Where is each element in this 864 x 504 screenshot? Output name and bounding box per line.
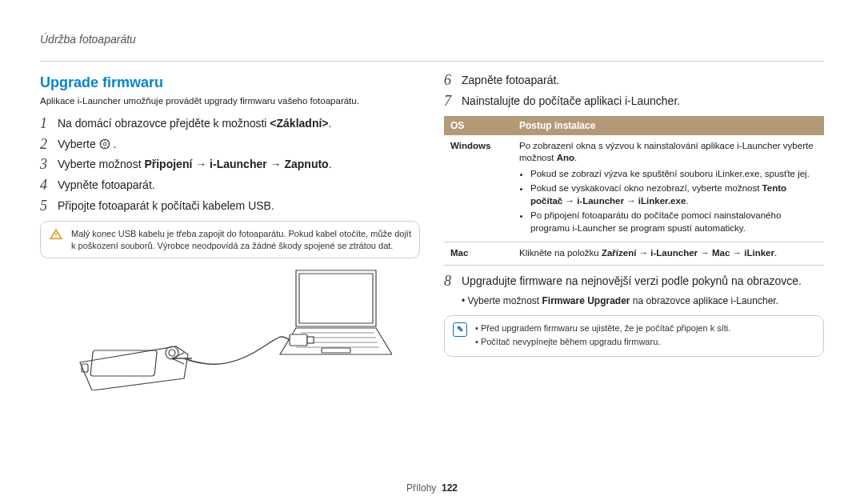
svg-rect-20 xyxy=(322,348,350,353)
step-item: 6Zapněte fotoaparát. xyxy=(444,73,824,89)
step-number: 8 xyxy=(444,274,462,290)
step-text: Vypněte fotoaparát. xyxy=(58,178,420,193)
intro-text: Aplikace i-Launcher umožňuje provádět up… xyxy=(40,95,420,108)
svg-line-8 xyxy=(106,141,108,142)
table-bullet: Pokud se vyskakovací okno nezobrazí, vyb… xyxy=(530,182,818,207)
step-text: Připojte fotoaparát k počítači kabelem U… xyxy=(58,198,420,214)
steps-list-right-top: 6Zapněte fotoaparát.7Nainstalujte do poč… xyxy=(444,73,824,110)
usb-connection-illustration xyxy=(56,266,392,390)
left-column: Upgrade firmwaru Aplikace i-Launcher umo… xyxy=(40,73,420,390)
step-item: 7Nainstalujte do počítače aplikaci i-Lau… xyxy=(444,94,824,110)
warning-icon xyxy=(49,228,63,252)
step-item: 4Vypněte fotoaparát. xyxy=(40,178,420,194)
step8-sub-bullet: Vyberte možnost Firmware Upgrader na obr… xyxy=(462,294,824,307)
step-number: 6 xyxy=(444,73,462,89)
table-bullet: Pokud se zobrazí výzva ke spuštění soubo… xyxy=(530,168,818,181)
settings-gear-icon xyxy=(99,138,110,150)
step-text: Vyberte . xyxy=(58,137,420,152)
svg-point-14 xyxy=(169,350,175,356)
step-text: Na domácí obrazovce přejděte k možnosti … xyxy=(58,116,420,131)
info-icon: ✎ xyxy=(453,322,467,337)
table-row: MacKlikněte na položku Zařízení → i-Laun… xyxy=(444,242,824,266)
table-header-procedure: Postup instalace xyxy=(513,116,824,135)
step-item: 1Na domácí obrazovce přejděte k možnosti… xyxy=(40,116,420,132)
svg-point-11 xyxy=(55,236,57,238)
table-row: WindowsPo zobrazení okna s výzvou k nain… xyxy=(444,135,824,242)
step-number: 4 xyxy=(40,178,58,194)
step-item: 2Vyberte . xyxy=(40,137,420,153)
table-bullet: Po připojení fotoaparátu do počítače pom… xyxy=(530,210,818,234)
svg-rect-22 xyxy=(307,337,314,343)
install-table: OS Postup instalace WindowsPo zobrazení … xyxy=(444,116,824,266)
info-text: • Před upgradem firmwaru se ujistěte, že… xyxy=(475,322,730,350)
steps-list-right-bottom: 8Upgradujte firmware na nejnovější verzi… xyxy=(444,274,824,290)
svg-rect-21 xyxy=(290,334,307,346)
svg-line-7 xyxy=(106,146,108,147)
step-number: 3 xyxy=(40,157,58,173)
table-cell-procedure: Klikněte na položku Zařízení → i-Launche… xyxy=(513,242,824,266)
running-header: Údržba fotoaparátu xyxy=(40,32,824,62)
table-cell-procedure: Po zobrazení okna s výzvou k nainstalová… xyxy=(513,135,824,242)
table-cell-os: Mac xyxy=(444,242,513,266)
step-text: Zapněte fotoaparát. xyxy=(462,73,824,88)
right-column: 6Zapněte fotoaparát.7Nainstalujte do poč… xyxy=(444,73,824,390)
info-bullet: • Počítač nevypínejte během upgradu firm… xyxy=(475,336,730,348)
warning-text: Malý konec USB kabelu je třeba zapojit d… xyxy=(71,228,411,252)
section-title: Upgrade firmwaru xyxy=(40,73,420,92)
step-number: 7 xyxy=(444,94,462,110)
svg-point-13 xyxy=(166,346,178,359)
step-item: 5Připojte fotoaparát k počítači kabelem … xyxy=(40,198,420,214)
svg-line-9 xyxy=(102,146,103,147)
step-number: 5 xyxy=(40,198,58,214)
footer-label: Přílohy xyxy=(406,482,436,494)
svg-point-1 xyxy=(103,142,106,146)
step-text: Nainstalujte do počítače aplikaci i-Laun… xyxy=(462,94,824,109)
table-header-os: OS xyxy=(444,116,513,135)
step-item: 3Vyberte možnost Připojení → i-Launcher … xyxy=(40,157,420,173)
table-cell-os: Windows xyxy=(444,135,513,242)
step-number: 2 xyxy=(40,137,58,153)
svg-line-6 xyxy=(102,141,103,142)
step-text: Vyberte možnost Připojení → i-Launcher →… xyxy=(58,157,420,172)
steps-list-left: 1Na domácí obrazovce přejděte k možnosti… xyxy=(40,116,420,214)
svg-rect-12 xyxy=(90,350,157,376)
step-text: Upgradujte firmware na nejnovější verzi … xyxy=(462,274,824,289)
step-item: 8Upgradujte firmware na nejnovější verzi… xyxy=(444,274,824,290)
footer-page-number: 122 xyxy=(442,482,458,494)
info-bullet: • Před upgradem firmwaru se ujistěte, že… xyxy=(475,322,730,334)
step-number: 1 xyxy=(40,116,58,132)
warning-note: Malý konec USB kabelu je třeba zapojit d… xyxy=(40,221,420,259)
page-footer: Přílohy 122 xyxy=(0,482,864,494)
info-note: ✎ • Před upgradem firmwaru se ujistěte, … xyxy=(444,315,824,357)
